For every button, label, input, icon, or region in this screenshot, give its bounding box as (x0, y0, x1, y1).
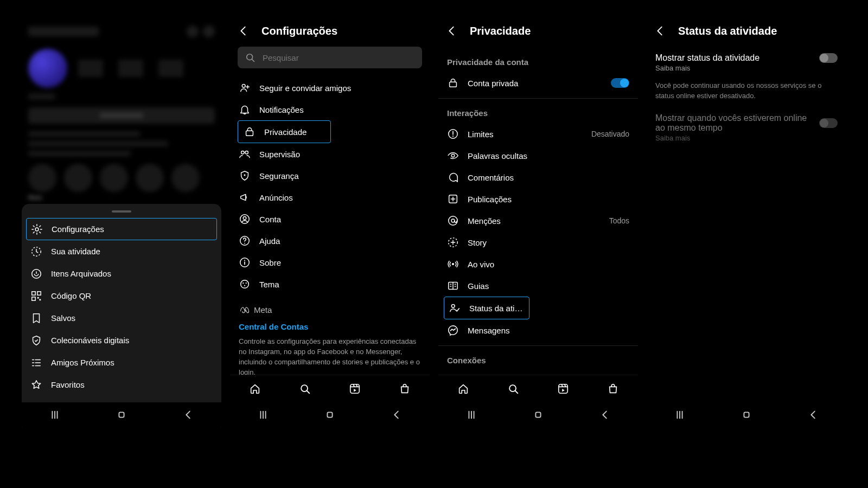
screen-privacy: Privacidade Privacidade da conta Conta p… (438, 15, 638, 427)
guides-icon (447, 280, 459, 292)
comment-icon (447, 171, 459, 183)
settings-item[interactable]: Segurança (230, 165, 430, 187)
tab-reels-icon[interactable] (557, 383, 569, 395)
android-nav-bar (22, 402, 221, 427)
privacy-item[interactable]: Status da atividade (444, 297, 529, 319)
tab-shop-icon[interactable] (607, 383, 619, 395)
menu-item-label: Colecionáveis digitais (51, 336, 213, 345)
private-account-row[interactable]: Conta privada (438, 72, 638, 94)
user-plus-icon (239, 82, 251, 94)
settings-item[interactable]: Privacidade (238, 120, 331, 143)
back-icon[interactable] (654, 25, 666, 37)
private-account-label: Conta privada (468, 79, 602, 88)
page-title: Status da atividade (678, 25, 777, 37)
nav-home-icon[interactable] (324, 409, 336, 421)
qr-icon (30, 290, 42, 302)
privacy-item[interactable]: Ao vivo (438, 253, 638, 275)
account-icon (239, 213, 251, 225)
back-icon[interactable] (446, 25, 458, 37)
menu-item[interactable]: Salvos (22, 307, 221, 329)
screen-activity-status: Status da atividade Mostrar status da at… (647, 15, 846, 427)
archive-icon (30, 268, 42, 280)
nav-home-icon[interactable] (116, 409, 127, 421)
meta-icon (239, 304, 251, 316)
settings-item-label: Tema (259, 280, 421, 289)
settings-item[interactable]: Anúncios (230, 187, 430, 208)
tab-shop-icon[interactable] (399, 383, 411, 395)
privacy-item[interactable]: Guias (438, 275, 638, 297)
privacy-item-label: Ao vivo (468, 260, 629, 269)
profile-blurred: Novo (22, 15, 221, 207)
private-account-toggle[interactable] (611, 78, 629, 88)
privacy-item[interactable]: Mensagens (438, 319, 638, 341)
privacy-item-label: Story (468, 238, 629, 247)
nav-home-icon[interactable] (741, 409, 752, 421)
activity-status-toggle[interactable] (819, 53, 838, 63)
settings-item[interactable]: Tema (230, 273, 430, 295)
settings-item-label: Seguir e convidar amigos (259, 84, 421, 93)
tab-reels-icon[interactable] (349, 383, 361, 395)
section-interactions: Interações (438, 103, 638, 123)
lock-icon (244, 126, 256, 138)
menu-item[interactable]: Sua atividade (22, 240, 221, 262)
section-account-privacy: Privacidade da conta (438, 47, 638, 72)
privacy-item-label: Menções (468, 216, 601, 226)
page-title: Privacidade (470, 25, 531, 37)
privacy-item-label: Status da atividade (469, 304, 525, 313)
theme-icon (239, 278, 251, 290)
tab-home-icon[interactable] (457, 383, 469, 395)
nav-back-icon[interactable] (182, 409, 194, 421)
settings-item-label: Sobre (259, 258, 421, 267)
settings-item-label: Ajuda (259, 236, 421, 246)
nav-recent-icon[interactable] (49, 409, 61, 421)
settings-item[interactable]: Ajuda (230, 230, 430, 252)
learn-more-link[interactable]: Saiba mais (655, 134, 838, 142)
messenger-icon (447, 324, 459, 336)
accounts-center-link[interactable]: Central de Contas (239, 322, 421, 331)
nav-recent-icon[interactable] (465, 409, 477, 421)
privacy-item[interactable]: MençõesTodos (438, 210, 638, 232)
menu-item[interactable]: Código QR (22, 285, 221, 307)
learn-more-link[interactable]: Saiba mais (655, 64, 838, 72)
nav-back-icon[interactable] (391, 409, 403, 421)
settings-item[interactable]: Sobre (230, 252, 430, 273)
shield-icon (239, 170, 251, 182)
settings-item[interactable]: Conta (230, 208, 430, 230)
menu-item[interactable]: Configurações (26, 218, 217, 240)
privacy-item[interactable]: Comentários (438, 166, 638, 188)
menu-item[interactable]: Colecionáveis digitais (22, 329, 221, 351)
menu-item[interactable]: Favoritos (22, 374, 221, 396)
setting-show-activity-status: Mostrar status da atividade Saiba mais (647, 47, 846, 79)
privacy-item[interactable]: Palavras ocultas (438, 145, 638, 166)
nav-home-icon[interactable] (532, 409, 544, 421)
privacy-item[interactable]: Story (438, 232, 638, 253)
tab-home-icon[interactable] (249, 383, 261, 395)
menu-item[interactable]: Itens Arquivados (22, 262, 221, 285)
screen-profile-menu: Novo ConfiguraçõesSua atividadeItens Arq… (22, 15, 221, 427)
section-connections: Conexões (438, 350, 638, 370)
tab-search-icon[interactable] (299, 383, 311, 395)
sheet-grab-handle[interactable] (112, 210, 131, 213)
bell-icon (239, 104, 251, 115)
lock-icon (447, 77, 459, 89)
privacy-item-trail: Desativado (591, 130, 629, 138)
settings-item[interactable]: Supervisão (230, 143, 430, 165)
privacy-item-label: Comentários (468, 173, 629, 182)
back-icon[interactable] (238, 25, 250, 37)
search-field[interactable] (261, 53, 416, 63)
settings-item[interactable]: Seguir e convidar amigos (230, 77, 430, 99)
nav-back-icon[interactable] (807, 409, 819, 421)
menu-item-label: Itens Arquivados (51, 269, 213, 278)
settings-item[interactable]: Notificações (230, 99, 430, 120)
menu-item[interactable]: Amigos Próximos (22, 351, 221, 374)
nav-recent-icon[interactable] (674, 409, 686, 421)
menu-item-label: Sua atividade (51, 247, 213, 256)
search-input[interactable] (238, 47, 422, 68)
screen-settings: Configurações Seguir e convidar amigosNo… (230, 15, 430, 427)
nav-recent-icon[interactable] (257, 409, 269, 421)
tab-search-icon[interactable] (507, 383, 519, 395)
nav-back-icon[interactable] (599, 409, 611, 421)
bottom-sheet-menu: ConfiguraçõesSua atividadeItens Arquivad… (22, 204, 221, 427)
privacy-item[interactable]: LimitesDesativado (438, 123, 638, 145)
privacy-item[interactable]: Publicações (438, 188, 638, 210)
